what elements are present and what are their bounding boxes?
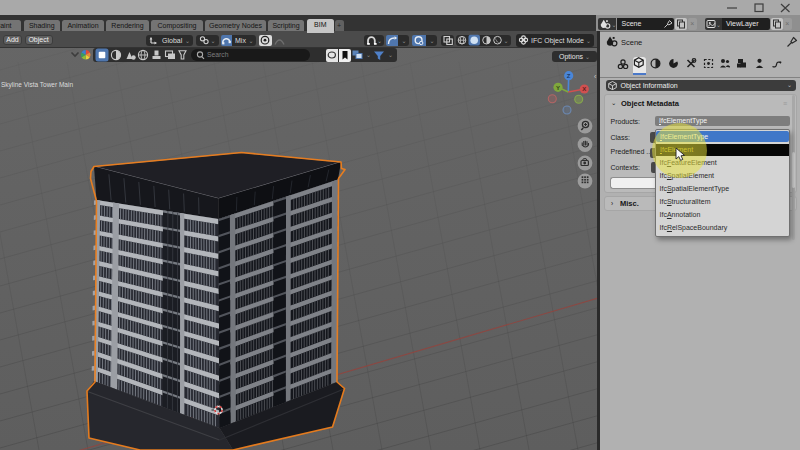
svg-text:Y: Y	[556, 85, 560, 91]
svg-text:X: X	[582, 86, 586, 92]
svg-text:⌄: ⌄	[716, 22, 721, 28]
svg-text:⌄: ⌄	[612, 22, 617, 28]
svg-text:Z: Z	[567, 73, 571, 79]
